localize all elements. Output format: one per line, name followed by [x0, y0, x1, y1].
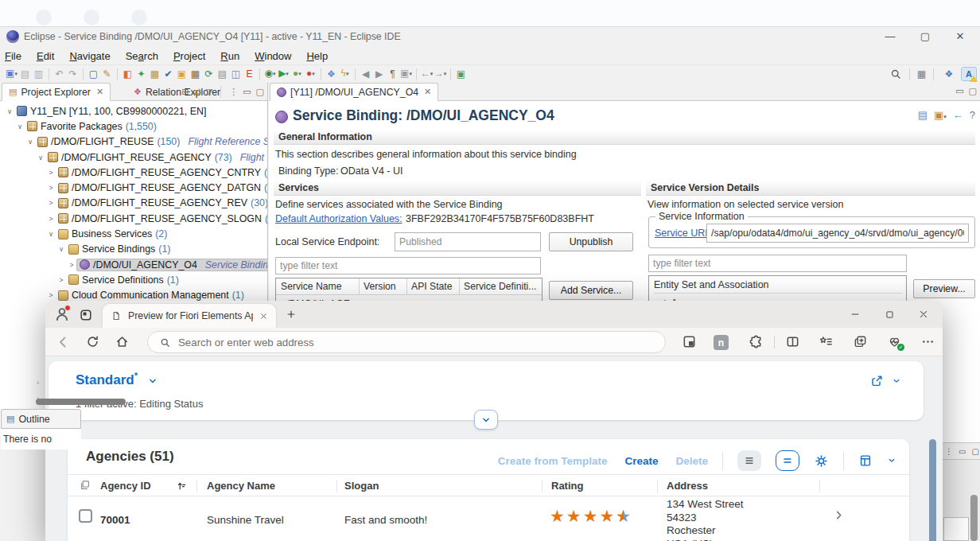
expand-arrow-icon[interactable]: > [46, 291, 56, 299]
close-tab-icon[interactable] [259, 312, 268, 321]
column-header[interactable]: Service Definiti... [464, 281, 536, 292]
column-header-agency-id[interactable]: Agency ID [100, 480, 151, 492]
collapse-arrow-icon[interactable]: ∨ [5, 107, 14, 115]
tab-project-explorer[interactable]: ▤ Project Explorer ✕ [2, 83, 111, 101]
open-perspective-icon[interactable]: ▦ [917, 68, 926, 80]
tree-item[interactable]: ∨/DMO/FLIGHT_REUSE (150)Flight Reference… [0, 134, 267, 150]
share-icon[interactable] [869, 374, 884, 388]
debug-perspective-icon[interactable]: ❖ [941, 67, 957, 81]
column-header[interactable]: API State [411, 281, 453, 292]
tab-service-binding-editor[interactable]: [Y11] /DMO/UI_AGENCY_O4 ✕ [270, 83, 438, 101]
coverage-icon[interactable]: ●▾ [290, 67, 304, 81]
tree-item[interactable]: >/DMO/FLIGHT_REUSE_AGENCY_REV (30)Age [0, 196, 267, 211]
collapse-arrow-icon[interactable]: ∨ [36, 154, 45, 162]
condensed-view-icon[interactable] [737, 450, 761, 471]
back-history-icon[interactable]: ←▾ [420, 67, 434, 81]
close-tab-icon[interactable]: ✕ [96, 87, 103, 97]
address-input[interactable] [178, 337, 654, 348]
menu-help[interactable]: Help [306, 50, 328, 62]
open-sql-console-icon[interactable]: ▢ [87, 68, 100, 81]
transport-organizer-icon[interactable]: ▦ [189, 68, 202, 81]
show-whitespace-icon[interactable]: ¶ [386, 68, 399, 81]
split-screen-icon[interactable] [785, 334, 800, 349]
refresh-icon[interactable]: ⟳ [202, 68, 216, 81]
menu-search[interactable]: Search [126, 50, 158, 62]
maximize-view-icon[interactable]: ▢ [256, 87, 264, 97]
address-bar[interactable] [147, 331, 666, 353]
collapse-all-icon[interactable]: ⊟ [181, 87, 189, 97]
tree-item[interactable]: ∨Business Services (2) [0, 226, 267, 241]
open-with-icon[interactable]: ▣▾ [934, 109, 947, 121]
variant-selector[interactable]: Standard* [76, 371, 158, 388]
collapse-arrow-icon[interactable]: ∨ [56, 245, 66, 253]
endpoint-input[interactable] [395, 232, 541, 251]
view-menu-icon[interactable]: ⋮ [229, 87, 238, 97]
home-icon[interactable] [115, 334, 130, 349]
tree-item[interactable]: ∨/DMO/FLIGHT_REUSE_AGENCY (73)Flight Ref… [0, 150, 267, 165]
browser-essentials-icon[interactable]: ✓ [887, 334, 902, 349]
column-header-agency-name[interactable]: Agency Name [207, 480, 275, 492]
print-icon[interactable]: ▤ [216, 68, 229, 81]
menu-window[interactable]: Window [255, 50, 291, 62]
tree-item[interactable]: >/DMO/UI_AGENCY_O4Service Binding [0, 257, 267, 272]
revert-icon[interactable]: ← [953, 109, 963, 121]
save-icon[interactable]: ▤ [18, 68, 32, 81]
collapse-arrow-icon[interactable]: ∨ [15, 123, 25, 130]
back-icon[interactable] [55, 334, 71, 350]
menu-navigate[interactable]: Navigate [69, 50, 110, 62]
collapse-arrow-icon[interactable]: ∨ [25, 138, 35, 146]
atc-check-icon[interactable]: ▣ [175, 68, 189, 81]
undo-icon[interactable]: ↶ [52, 68, 66, 81]
expand-arrow-icon[interactable]: > [67, 261, 76, 269]
chevron-down-icon[interactable] [147, 376, 158, 387]
chevron-down-icon[interactable] [887, 456, 896, 465]
tree-item[interactable]: >/DMO/FLIGHT_REUSE_AGENCY_DATGN (2)A [0, 180, 267, 195]
select-all-icon[interactable] [79, 479, 91, 492]
extensions-puzzle-icon[interactable] [749, 334, 764, 349]
run-icon[interactable]: ▶▾ [277, 67, 290, 81]
close-tab-icon[interactable]: ✕ [424, 87, 431, 97]
table-action-delete[interactable]: Delete [675, 455, 708, 467]
feed-reader-icon[interactable]: ❖ [325, 68, 338, 81]
profile-icon[interactable]: ●▾ [304, 67, 317, 81]
close-button[interactable] [913, 306, 934, 323]
default-authorization-values-link[interactable]: Default Authorization Values: [275, 213, 402, 224]
sort-ascending-icon[interactable] [176, 480, 188, 492]
close-button[interactable]: ✕ [948, 29, 972, 45]
workspaces-icon[interactable] [79, 308, 93, 322]
new-abap-object-icon[interactable]: ◧ [121, 68, 134, 81]
expand-arrow-icon[interactable]: > [46, 169, 56, 177]
expand-arrow-icon[interactable]: > [46, 215, 56, 223]
tree-item[interactable]: >/DMO/FLIGHT_REUSE_AGENCY_CNTRY (5)A [0, 165, 267, 180]
service-url-input[interactable] [706, 224, 969, 243]
more-menu-icon[interactable] [920, 334, 935, 349]
edit-icon[interactable]: ✎ [100, 68, 114, 81]
expand-arrow-icon[interactable]: > [46, 199, 56, 207]
minimize-button[interactable]: — [878, 29, 902, 45]
share-menu[interactable] [869, 374, 901, 388]
redo-icon[interactable]: ↷ [66, 68, 80, 81]
collections-icon[interactable] [853, 334, 868, 349]
table-action-create[interactable]: Create [624, 455, 658, 467]
export-icon[interactable]: ▤ [918, 109, 928, 121]
debug-icon[interactable]: ◉▾ [263, 67, 277, 81]
menu-project[interactable]: Project [173, 50, 205, 62]
expand-arrow-icon[interactable]: > [46, 184, 56, 192]
minimize-view-icon[interactable]: ▭ [959, 447, 966, 456]
mass-activate-icon[interactable]: ▦ [148, 68, 161, 81]
maximize-editor-icon[interactable]: ▢ [969, 86, 977, 96]
activate-icon[interactable]: ✦ [134, 68, 148, 81]
tree-item[interactable]: ∨Favorite Packages (1,550) [0, 119, 267, 134]
export-icon[interactable] [858, 453, 873, 468]
tree-item[interactable]: ∨Service Bindings (1) [0, 242, 267, 257]
maximize-button[interactable] [879, 306, 900, 323]
profile-avatar[interactable] [53, 306, 72, 323]
service-url-link[interactable]: Service URL: [655, 228, 714, 239]
minimize-editor-icon[interactable]: ▭ [955, 86, 963, 96]
collapse-arrow-icon[interactable]: ∨ [46, 230, 56, 238]
forward-history-icon[interactable]: →▾ [434, 67, 447, 81]
browser-tab[interactable]: Preview for Fiori Elements App [103, 304, 276, 328]
pin-editor-icon[interactable]: ▣ [454, 68, 468, 81]
notion-extension-icon[interactable]: n [714, 335, 729, 350]
menu-run[interactable]: Run [220, 50, 239, 62]
